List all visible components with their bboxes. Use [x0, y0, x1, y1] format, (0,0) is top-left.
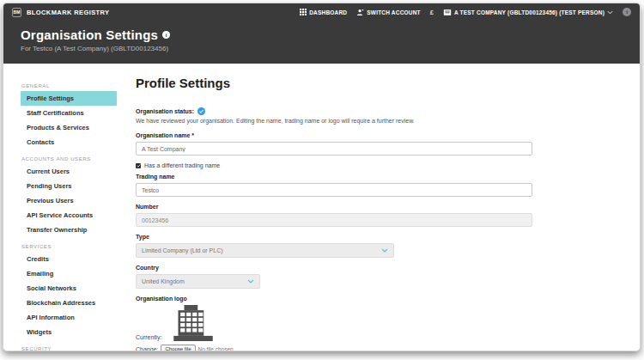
sidebar-item-blockchain-addresses[interactable]: Blockchain Addresses: [21, 296, 117, 310]
sidebar-item-contacts[interactable]: Contacts: [21, 135, 117, 149]
organisation-status-message: We have reviewed your organisation. Edit…: [136, 118, 628, 124]
top-nav-links: DASHBOARD SWITCH ACCOUNT £ A TEST COMPAN…: [300, 8, 631, 16]
organisation-name-input[interactable]: [136, 142, 532, 156]
type-select-value: Limited Company (Ltd or PLC): [142, 247, 223, 253]
settings-sidebar: GENERAL Profile Settings Staff Certifica…: [3, 64, 124, 351]
sidebar-item-transfer-ownership[interactable]: Transfer Ownership: [21, 223, 117, 237]
sidebar-item-widgets[interactable]: Widgets: [21, 325, 117, 339]
account-menu[interactable]: A TEST COMPANY (GBLTD00123456) (TEST PER…: [443, 9, 613, 16]
sidebar-item-previous-users[interactable]: Previous Users: [21, 193, 117, 208]
type-label: Type: [136, 234, 628, 240]
choose-file-button[interactable]: Choose file: [161, 345, 195, 351]
number-input: [136, 213, 532, 227]
sidebar-item-emailing[interactable]: Emailing: [21, 266, 117, 281]
chevron-down-icon: [381, 248, 388, 253]
organisation-logo-label: Organisation logo: [136, 296, 628, 302]
profile-settings-form: Profile Settings Organisation status: We…: [124, 64, 640, 351]
sidebar-section-services: SERVICES: [21, 244, 124, 249]
sidebar-item-profile-settings[interactable]: Profile Settings: [21, 91, 117, 106]
number-label: Number: [136, 204, 628, 210]
chevron-down-icon: [607, 10, 613, 15]
country-select[interactable]: United Kingdom: [136, 274, 260, 289]
trading-name-checkbox[interactable]: [136, 163, 141, 168]
switch-account-icon: [356, 9, 364, 16]
organisation-logo-image: [165, 305, 222, 341]
account-label: A TEST COMPANY (GBLTD00123456) (TEST PER…: [454, 9, 605, 15]
sidebar-item-products-services[interactable]: Products & Services: [21, 120, 117, 135]
trading-name-label: Trading name: [136, 174, 628, 180]
sidebar-item-api-service-accounts[interactable]: API Service Accounts: [21, 208, 117, 223]
verified-badge-icon: [197, 107, 205, 115]
file-chosen-status: No file chosen: [198, 346, 234, 352]
sidebar-section-general: GENERAL: [21, 83, 124, 88]
chevron-down-icon: [247, 279, 254, 284]
sidebar-section-security: SECURITY: [21, 346, 124, 351]
page-subtitle: For Testco (A Test Company) (GBLTD001234…: [21, 45, 623, 52]
dashboard-link[interactable]: DASHBOARD: [300, 9, 347, 15]
section-title: Profile Settings: [136, 76, 628, 90]
help-info-icon[interactable]: i: [623, 8, 631, 16]
sidebar-item-api-information[interactable]: API Information: [21, 310, 117, 325]
logo-change-label: Change:: [136, 346, 158, 352]
country-select-value: United Kingdom: [142, 278, 185, 284]
sidebar-item-social-networks[interactable]: Social Networks: [21, 281, 117, 296]
sidebar-item-staff-certifications[interactable]: Staff Certifications: [21, 106, 117, 120]
organisation-name-label: Organisation name *: [136, 132, 628, 138]
grid-icon: [300, 9, 307, 15]
organisation-status-label: Organisation status:: [136, 108, 194, 114]
dashboard-label: DASHBOARD: [309, 9, 347, 15]
credits-currency-link[interactable]: £: [430, 9, 434, 16]
blockmark-logo-icon: BM: [12, 8, 21, 17]
app-window: BM BLOCKMARK REGISTRY DASHBOARD SWITCH A…: [3, 3, 641, 351]
country-label: Country: [136, 265, 628, 271]
sidebar-item-pending-users[interactable]: Pending Users: [21, 179, 117, 193]
sidebar-section-accounts-users: ACCOUNTS AND USERS: [21, 156, 124, 162]
switch-account-label: SWITCH ACCOUNT: [367, 9, 421, 15]
trading-name-input[interactable]: [136, 183, 532, 197]
logo-currently-label: Currently:: [136, 334, 161, 341]
sidebar-item-credits[interactable]: Credits: [21, 252, 117, 266]
brand-name: BLOCKMARK REGISTRY: [27, 9, 110, 16]
top-navigation-bar: BM BLOCKMARK REGISTRY DASHBOARD SWITCH A…: [3, 3, 640, 21]
building-icon: [443, 9, 452, 16]
page-header: Organisation Settings i For Testco (A Te…: [3, 21, 640, 64]
trading-name-checkbox-label: Has a different trading name: [144, 162, 220, 168]
page-title: Organisation Settings: [21, 27, 158, 42]
sidebar-item-current-users[interactable]: Current Users: [21, 164, 117, 179]
type-select[interactable]: Limited Company (Ltd or PLC): [136, 243, 394, 258]
title-info-icon[interactable]: i: [162, 31, 170, 39]
switch-account-link[interactable]: SWITCH ACCOUNT: [356, 9, 421, 16]
